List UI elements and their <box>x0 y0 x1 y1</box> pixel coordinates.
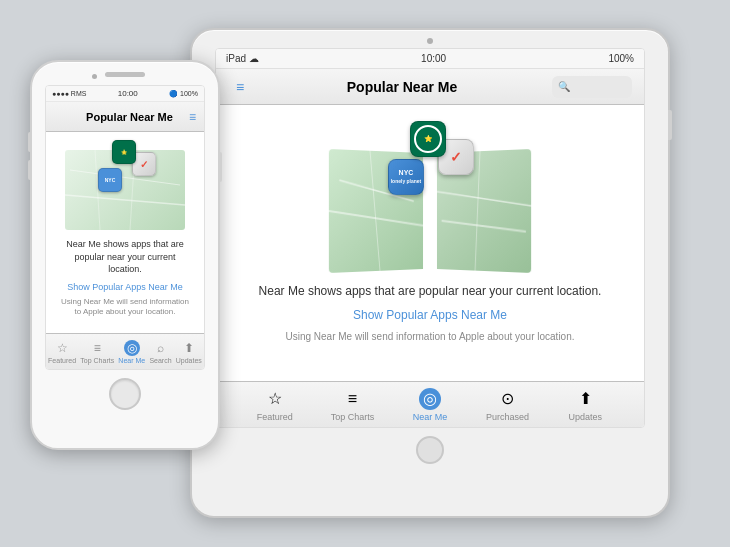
ipad-screen: iPad ☁ 10:00 100% ≡ Popular Near Me 🔍 <box>215 48 645 428</box>
iphone-featured-label: Featured <box>48 357 76 364</box>
ipad-tab-updates[interactable]: ⬆ Updates <box>555 388 615 422</box>
iphone-battery: 100% <box>180 90 198 97</box>
ipad-tab-purchased[interactable]: ⊙ Purchased <box>478 388 538 422</box>
updates-icon: ⬆ <box>574 388 596 410</box>
iphone-tab-top-charts[interactable]: ≡ Top Charts <box>80 340 114 364</box>
iphone-time: 10:00 <box>118 89 138 98</box>
ipad-status-left: iPad ☁ <box>226 53 259 64</box>
ipad-status-bar: iPad ☁ 10:00 100% <box>216 49 644 69</box>
svg-line-4 <box>442 221 526 232</box>
ipad-navbar: ≡ Popular Near Me 🔍 <box>216 69 644 105</box>
iphone-status-bar: ●●●● RMS 10:00 🔵 100% <box>46 86 204 102</box>
featured-icon: ☆ <box>264 388 286 410</box>
iphone-power-button[interactable] <box>219 152 222 182</box>
svg-line-5 <box>475 151 480 271</box>
iphone-tabbar: ☆ Featured ≡ Top Charts ◎ Near Me ⌕ Sear… <box>46 333 204 369</box>
iphone-updates-icon: ⬆ <box>181 340 197 356</box>
iphone-volume-up[interactable] <box>28 132 31 152</box>
starbucks-app-icon: ⭐ <box>410 121 446 157</box>
iphone-near-me-label: Near Me <box>118 357 145 364</box>
iphone-navbar: Popular Near Me ≡ <box>46 102 204 132</box>
ipad-text-section: Near Me shows apps that are popular near… <box>256 283 604 344</box>
ipad-navbar-title: Popular Near Me <box>252 79 552 95</box>
iphone-sub-text: Using Near Me will send information to A… <box>58 297 192 318</box>
svg-line-2 <box>370 151 380 272</box>
ipad-battery: 100% <box>608 53 634 64</box>
ipad-device: iPad ☁ 10:00 100% ≡ Popular Near Me 🔍 <box>190 28 670 518</box>
ipad-tab-updates-label: Updates <box>568 412 602 422</box>
ipad-tab-near-me-label: Near Me <box>413 412 448 422</box>
ipad-list-icon[interactable]: ≡ <box>228 75 252 99</box>
iphone-device: ●●●● RMS 10:00 🔵 100% Popular Near Me ≡ <box>30 60 220 450</box>
iphone-navbar-title: Popular Near Me <box>70 111 189 123</box>
iphone-tab-near-me[interactable]: ◎ Near Me <box>118 340 145 364</box>
ipad-show-popular-link[interactable]: Show Popular Apps Near Me <box>256 308 604 322</box>
ipad-hero-image: ⭐ ✓ NYClonely planet <box>320 121 540 271</box>
iphone-starbucks-icon: ⭐ <box>112 140 136 164</box>
ipad-tab-featured[interactable]: ☆ Featured <box>245 388 305 422</box>
iphone-featured-icon: ☆ <box>54 340 70 356</box>
ipad-home-button[interactable] <box>416 436 444 464</box>
iphone-nyc-icon: NYC <box>98 168 122 192</box>
ipad-tab-near-me[interactable]: ◎ Near Me <box>400 388 460 422</box>
svg-line-6 <box>70 170 180 185</box>
iphone-list-icon[interactable]: ≡ <box>189 110 196 124</box>
iphone-speaker <box>105 72 145 77</box>
ipad-status-right: 100% <box>608 53 634 64</box>
iphone-search-label: Search <box>149 357 171 364</box>
ipad-tab-top-charts[interactable]: ≡ Top Charts <box>322 388 382 422</box>
ipad-status-carrier: iPad ☁ <box>226 53 259 64</box>
nyc-app-icon: NYClonely planet <box>388 159 424 195</box>
purchased-icon: ⊙ <box>497 388 519 410</box>
ipad-tab-featured-label: Featured <box>257 412 293 422</box>
iphone-near-me-icon: ◎ <box>124 340 140 356</box>
ipad-side-button[interactable] <box>668 110 672 140</box>
search-icon: 🔍 <box>558 81 570 92</box>
near-me-icon: ◎ <box>419 388 441 410</box>
ipad-content: ⭐ ✓ NYClonely planet Near Me shows apps … <box>216 105 644 381</box>
svg-line-7 <box>65 195 185 205</box>
iphone-battery-icon: 🔵 <box>169 90 178 98</box>
iphone-camera <box>92 74 97 79</box>
iphone-updates-label: Updates <box>176 357 202 364</box>
ipad-status-time: 10:00 <box>421 53 446 64</box>
top-charts-icon: ≡ <box>341 388 363 410</box>
ipad-sub-text: Using Near Me will send information to A… <box>256 330 604 344</box>
iphone-show-popular-link[interactable]: Show Popular Apps Near Me <box>67 282 183 292</box>
ipad-tabbar: ☆ Featured ≡ Top Charts ◎ Near Me ⊙ Purc… <box>216 381 644 427</box>
iphone-home-button[interactable] <box>109 378 141 410</box>
iphone-search-icon: ⌕ <box>152 340 168 356</box>
svg-line-3 <box>437 190 531 206</box>
iphone-tab-search[interactable]: ⌕ Search <box>149 340 171 364</box>
iphone-main-text: Near Me shows apps that are popular near… <box>58 238 192 276</box>
iphone-top-charts-label: Top Charts <box>80 357 114 364</box>
ipad-main-text: Near Me shows apps that are popular near… <box>256 283 604 300</box>
iphone-carrier: ●●●● RMS <box>52 90 86 97</box>
iphone-status-right: 🔵 100% <box>169 90 198 98</box>
iphone-top-charts-icon: ≡ <box>89 340 105 356</box>
ipad-tab-top-charts-label: Top Charts <box>331 412 375 422</box>
iphone-tab-updates[interactable]: ⬆ Updates <box>176 340 202 364</box>
iphone-volume-down[interactable] <box>28 160 31 180</box>
iphone-screen: ●●●● RMS 10:00 🔵 100% Popular Near Me ≡ <box>45 85 205 370</box>
ipad-camera <box>427 38 433 44</box>
iphone-status-left: ●●●● RMS <box>52 90 86 97</box>
iphone-hero-image: ⭐ ✓ NYC <box>60 140 190 230</box>
iphone-content: ⭐ ✓ NYC Near Me shows apps that are popu… <box>46 132 204 333</box>
ipad-tab-purchased-label: Purchased <box>486 412 529 422</box>
ipad-search-bar[interactable]: 🔍 <box>552 76 632 98</box>
iphone-tab-featured[interactable]: ☆ Featured <box>48 340 76 364</box>
